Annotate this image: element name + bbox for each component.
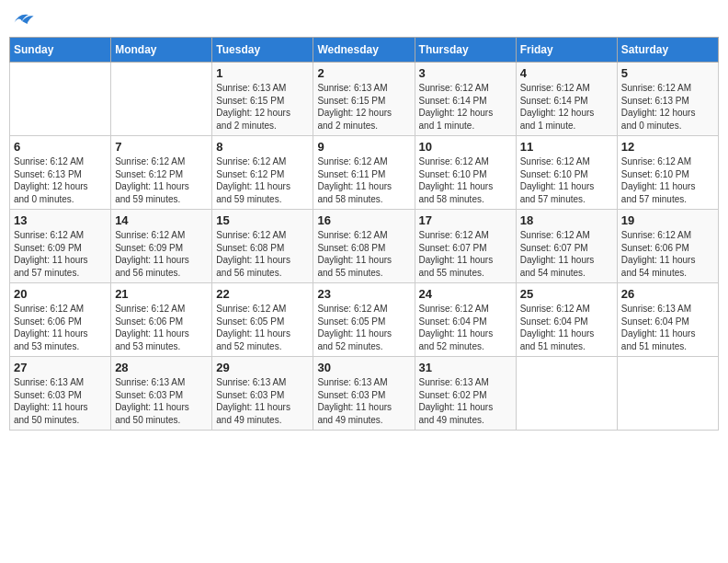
calendar-cell xyxy=(516,357,617,431)
day-number: 18 xyxy=(520,213,613,227)
calendar-cell: 12Sunrise: 6:12 AM Sunset: 6:10 PM Dayli… xyxy=(617,136,718,210)
weekday-header: Friday xyxy=(516,38,617,63)
day-number: 6 xyxy=(14,140,107,154)
calendar-table: SundayMondayTuesdayWednesdayThursdayFrid… xyxy=(9,37,719,431)
calendar-cell: 2Sunrise: 6:13 AM Sunset: 6:15 PM Daylig… xyxy=(313,63,415,136)
cell-details: Sunrise: 6:12 AM Sunset: 6:10 PM Dayligh… xyxy=(419,155,512,205)
cell-details: Sunrise: 6:13 AM Sunset: 6:15 PM Dayligh… xyxy=(317,82,410,132)
cell-details: Sunrise: 6:12 AM Sunset: 6:09 PM Dayligh… xyxy=(115,229,208,279)
calendar-cell: 16Sunrise: 6:12 AM Sunset: 6:08 PM Dayli… xyxy=(313,210,415,283)
calendar-cell: 3Sunrise: 6:12 AM Sunset: 6:14 PM Daylig… xyxy=(415,63,516,136)
calendar-cell xyxy=(111,63,212,136)
calendar-cell: 18Sunrise: 6:12 AM Sunset: 6:07 PM Dayli… xyxy=(516,210,617,283)
calendar-cell: 4Sunrise: 6:12 AM Sunset: 6:14 PM Daylig… xyxy=(516,63,617,136)
day-number: 7 xyxy=(115,140,208,154)
cell-details: Sunrise: 6:12 AM Sunset: 6:08 PM Dayligh… xyxy=(216,229,309,279)
cell-details: Sunrise: 6:12 AM Sunset: 6:09 PM Dayligh… xyxy=(14,229,107,279)
day-number: 14 xyxy=(115,213,208,227)
calendar-week-row: 20Sunrise: 6:12 AM Sunset: 6:06 PM Dayli… xyxy=(10,283,719,357)
calendar-header: SundayMondayTuesdayWednesdayThursdayFrid… xyxy=(10,38,719,63)
day-number: 26 xyxy=(621,287,714,301)
logo xyxy=(9,9,39,29)
calendar-cell xyxy=(617,357,718,431)
day-number: 20 xyxy=(14,287,107,301)
cell-details: Sunrise: 6:13 AM Sunset: 6:15 PM Dayligh… xyxy=(216,82,309,132)
calendar-cell: 20Sunrise: 6:12 AM Sunset: 6:06 PM Dayli… xyxy=(10,283,111,357)
cell-details: Sunrise: 6:12 AM Sunset: 6:05 PM Dayligh… xyxy=(317,303,410,352)
calendar-cell: 26Sunrise: 6:13 AM Sunset: 6:04 PM Dayli… xyxy=(617,283,718,357)
cell-details: Sunrise: 6:12 AM Sunset: 6:07 PM Dayligh… xyxy=(520,229,613,279)
calendar-cell: 14Sunrise: 6:12 AM Sunset: 6:09 PM Dayli… xyxy=(111,210,212,283)
cell-details: Sunrise: 6:13 AM Sunset: 6:03 PM Dayligh… xyxy=(216,376,309,426)
cell-details: Sunrise: 6:12 AM Sunset: 6:14 PM Dayligh… xyxy=(419,82,512,132)
day-number: 12 xyxy=(621,140,714,154)
calendar-cell: 6Sunrise: 6:12 AM Sunset: 6:13 PM Daylig… xyxy=(10,136,111,210)
day-number: 28 xyxy=(115,361,208,374)
calendar-cell: 19Sunrise: 6:12 AM Sunset: 6:06 PM Dayli… xyxy=(617,210,718,283)
cell-details: Sunrise: 6:12 AM Sunset: 6:10 PM Dayligh… xyxy=(621,155,714,205)
page-header xyxy=(9,9,719,29)
cell-details: Sunrise: 6:12 AM Sunset: 6:13 PM Dayligh… xyxy=(14,155,107,205)
cell-details: Sunrise: 6:12 AM Sunset: 6:04 PM Dayligh… xyxy=(520,303,613,352)
cell-details: Sunrise: 6:12 AM Sunset: 6:06 PM Dayligh… xyxy=(14,303,107,352)
day-number: 15 xyxy=(216,213,309,227)
calendar-cell: 17Sunrise: 6:12 AM Sunset: 6:07 PM Dayli… xyxy=(415,210,516,283)
day-number: 5 xyxy=(621,66,714,80)
cell-details: Sunrise: 6:12 AM Sunset: 6:11 PM Dayligh… xyxy=(317,155,410,205)
calendar-cell: 22Sunrise: 6:12 AM Sunset: 6:05 PM Dayli… xyxy=(212,283,313,357)
calendar-cell: 5Sunrise: 6:12 AM Sunset: 6:13 PM Daylig… xyxy=(617,63,718,136)
header-row: SundayMondayTuesdayWednesdayThursdayFrid… xyxy=(10,38,719,63)
calendar-cell: 28Sunrise: 6:13 AM Sunset: 6:03 PM Dayli… xyxy=(111,357,212,431)
calendar-cell: 30Sunrise: 6:13 AM Sunset: 6:03 PM Dayli… xyxy=(313,357,415,431)
day-number: 13 xyxy=(14,213,107,227)
cell-details: Sunrise: 6:12 AM Sunset: 6:12 PM Dayligh… xyxy=(115,155,208,205)
cell-details: Sunrise: 6:13 AM Sunset: 6:02 PM Dayligh… xyxy=(419,376,512,426)
weekday-header: Saturday xyxy=(617,38,718,63)
day-number: 27 xyxy=(14,361,107,374)
weekday-header: Sunday xyxy=(10,38,111,63)
calendar-cell: 31Sunrise: 6:13 AM Sunset: 6:02 PM Dayli… xyxy=(415,357,516,431)
calendar-cell: 10Sunrise: 6:12 AM Sunset: 6:10 PM Dayli… xyxy=(415,136,516,210)
calendar-cell: 15Sunrise: 6:12 AM Sunset: 6:08 PM Dayli… xyxy=(212,210,313,283)
weekday-header: Thursday xyxy=(415,38,516,63)
calendar-cell: 21Sunrise: 6:12 AM Sunset: 6:06 PM Dayli… xyxy=(111,283,212,357)
calendar-cell: 25Sunrise: 6:12 AM Sunset: 6:04 PM Dayli… xyxy=(516,283,617,357)
day-number: 30 xyxy=(317,361,410,374)
cell-details: Sunrise: 6:13 AM Sunset: 6:03 PM Dayligh… xyxy=(14,376,107,426)
day-number: 17 xyxy=(419,213,512,227)
cell-details: Sunrise: 6:13 AM Sunset: 6:04 PM Dayligh… xyxy=(621,303,714,352)
day-number: 9 xyxy=(317,140,410,154)
calendar-week-row: 1Sunrise: 6:13 AM Sunset: 6:15 PM Daylig… xyxy=(10,63,719,136)
cell-details: Sunrise: 6:12 AM Sunset: 6:10 PM Dayligh… xyxy=(520,155,613,205)
day-number: 22 xyxy=(216,287,309,301)
cell-details: Sunrise: 6:12 AM Sunset: 6:05 PM Dayligh… xyxy=(216,303,309,352)
cell-details: Sunrise: 6:12 AM Sunset: 6:06 PM Dayligh… xyxy=(621,229,714,279)
cell-details: Sunrise: 6:12 AM Sunset: 6:07 PM Dayligh… xyxy=(419,229,512,279)
cell-details: Sunrise: 6:12 AM Sunset: 6:08 PM Dayligh… xyxy=(317,229,410,279)
day-number: 21 xyxy=(115,287,208,301)
cell-details: Sunrise: 6:13 AM Sunset: 6:03 PM Dayligh… xyxy=(317,376,410,426)
weekday-header: Tuesday xyxy=(212,38,313,63)
day-number: 8 xyxy=(216,140,309,154)
cell-details: Sunrise: 6:12 AM Sunset: 6:04 PM Dayligh… xyxy=(419,303,512,352)
logo-icon xyxy=(9,9,35,29)
cell-details: Sunrise: 6:12 AM Sunset: 6:06 PM Dayligh… xyxy=(115,303,208,352)
calendar-cell: 23Sunrise: 6:12 AM Sunset: 6:05 PM Dayli… xyxy=(313,283,415,357)
calendar-cell: 7Sunrise: 6:12 AM Sunset: 6:12 PM Daylig… xyxy=(111,136,212,210)
weekday-header: Wednesday xyxy=(313,38,415,63)
day-number: 31 xyxy=(419,361,512,374)
calendar-cell: 29Sunrise: 6:13 AM Sunset: 6:03 PM Dayli… xyxy=(212,357,313,431)
day-number: 16 xyxy=(317,213,410,227)
day-number: 25 xyxy=(520,287,613,301)
calendar-cell: 11Sunrise: 6:12 AM Sunset: 6:10 PM Dayli… xyxy=(516,136,617,210)
day-number: 11 xyxy=(520,140,613,154)
calendar-week-row: 6Sunrise: 6:12 AM Sunset: 6:13 PM Daylig… xyxy=(10,136,719,210)
calendar-cell xyxy=(10,63,111,136)
calendar-cell: 27Sunrise: 6:13 AM Sunset: 6:03 PM Dayli… xyxy=(10,357,111,431)
day-number: 4 xyxy=(520,66,613,80)
cell-details: Sunrise: 6:12 AM Sunset: 6:13 PM Dayligh… xyxy=(621,82,714,132)
day-number: 29 xyxy=(216,361,309,374)
calendar-cell: 1Sunrise: 6:13 AM Sunset: 6:15 PM Daylig… xyxy=(212,63,313,136)
day-number: 19 xyxy=(621,213,714,227)
day-number: 23 xyxy=(317,287,410,301)
